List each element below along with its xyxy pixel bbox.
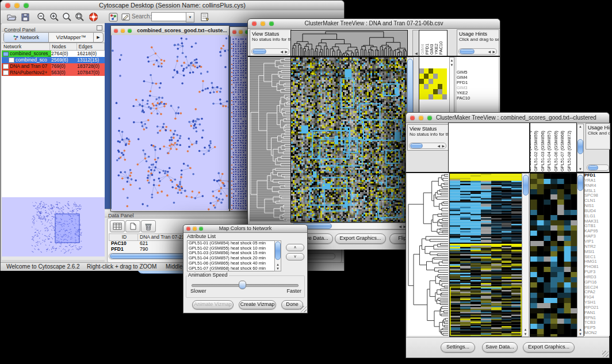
resize-grip[interactable] — [602, 351, 609, 357]
zoom-fit-icon[interactable] — [62, 12, 72, 22]
zoom-button[interactable] — [128, 29, 132, 33]
matrix-cell[interactable] — [424, 89, 429, 94]
scroll-left-icon[interactable]: ◀ — [399, 224, 401, 228]
column-label[interactable]: GPL51-03 (GSM856) — [541, 131, 545, 171]
close-button[interactable] — [186, 227, 190, 231]
scroll-right-icon[interactable]: ▶ — [492, 49, 495, 53]
network-overview-thumbnail[interactable] — [2, 197, 105, 256]
matrix-cell[interactable] — [429, 74, 433, 79]
search-dropdown-icon[interactable]: ▼ — [186, 12, 194, 22]
column-label[interactable]: GPL51-04 (GSM857) — [547, 131, 552, 171]
annotation-icon[interactable] — [120, 12, 131, 22]
close-button[interactable] — [252, 21, 257, 26]
treeview2-titlebar[interactable]: ClusterMaker TreeView : combined_scores_… — [406, 113, 609, 123]
gene-label[interactable]: MON2 — [584, 331, 610, 336]
matrix-cell[interactable] — [419, 84, 424, 89]
close-button[interactable] — [5, 3, 10, 8]
matrix-cell[interactable] — [433, 94, 438, 99]
vscrollbar-thumb[interactable] — [577, 139, 583, 154]
network-list-header[interactable]: Network Nodes Edges — [2, 43, 105, 51]
scroll-down-icon[interactable]: ▼ — [577, 332, 583, 336]
matrix-cell[interactable] — [433, 68, 438, 74]
treeview-window-combined[interactable]: ClusterMaker TreeView : combined_scores_… — [406, 112, 610, 358]
view-status-hscrollbar[interactable]: ◀ ▶ — [409, 143, 446, 149]
matrix-cell[interactable] — [429, 84, 433, 89]
network-view-window[interactable]: combined_scores_good.txt--cluste... — [110, 25, 230, 212]
hscrollbar-thumb[interactable] — [253, 49, 266, 54]
gene-label[interactable]: GIM3 — [457, 85, 498, 90]
hscrollbar-thumb[interactable] — [588, 165, 598, 170]
matrix-cell[interactable] — [424, 84, 429, 89]
scroll-down-icon[interactable]: ▼ — [275, 267, 281, 270]
matrix-cell[interactable] — [424, 68, 429, 74]
matrix-cell[interactable] — [442, 74, 447, 79]
gene-label[interactable]: YKE2 — [457, 90, 498, 95]
zoom-button[interactable] — [269, 21, 274, 26]
attribute-list-item[interactable]: GPL51-07 (GSM868) heat shock 60 min — [188, 266, 275, 271]
row-dendrogram-canvas[interactable] — [407, 173, 448, 336]
scroll-up-icon[interactable]: ▲ — [577, 125, 583, 128]
network-panel-icon[interactable] — [108, 12, 118, 22]
hscrollbar-thumb[interactable] — [410, 143, 423, 148]
zoom-button[interactable] — [427, 116, 432, 120]
column-label[interactable]: GPL51-07 (GSM868) — [560, 131, 565, 171]
column-dendrogram-canvas[interactable] — [290, 30, 408, 56]
scroll-down-icon[interactable]: ▼ — [577, 167, 583, 171]
matrix-cell[interactable] — [424, 79, 429, 84]
matrix-cell[interactable] — [438, 84, 442, 89]
save-data-button[interactable]: Save Data... — [482, 342, 518, 352]
move-up-button[interactable]: ∧ — [286, 244, 304, 251]
save-icon[interactable] — [20, 12, 30, 22]
network-view-titlebar[interactable]: combined_scores_good.txt--cluste... — [111, 26, 229, 36]
minimize-button[interactable] — [121, 29, 125, 33]
scroll-down-icon[interactable]: ▼ — [522, 332, 529, 336]
slider-thumb[interactable] — [239, 281, 246, 289]
network-row[interactable]: DNA and Tran 07769(0)183728(0) — [2, 63, 105, 70]
select-attributes-icon[interactable] — [110, 220, 125, 232]
matrix-cell[interactable] — [438, 68, 442, 74]
matrix-cell[interactable] — [419, 94, 424, 99]
similarity-zoom-matrix[interactable] — [419, 68, 447, 99]
matrix-cell[interactable] — [419, 89, 424, 94]
matrix-cell[interactable] — [442, 94, 447, 99]
map-colors-dialog[interactable]: Map Colors to Network Attribute List GPL… — [183, 224, 308, 313]
close-button[interactable] — [410, 116, 415, 120]
matrix-cell[interactable] — [433, 89, 438, 94]
search-input[interactable] — [151, 12, 188, 21]
zoom-button[interactable] — [24, 3, 29, 8]
network-graph-canvas[interactable] — [112, 35, 228, 210]
matrix-cell[interactable] — [438, 79, 442, 84]
gene-label[interactable]: PAC10 — [457, 95, 498, 101]
create-vizmap-button[interactable]: Create Vizmap — [239, 300, 276, 309]
export-graphics-button[interactable]: Export Graphics... — [523, 342, 575, 352]
row-dendrogram-canvas[interactable] — [250, 57, 290, 221]
help-lifering-icon[interactable] — [88, 12, 99, 22]
column-label[interactable]: GPL51-02 (GSM855) — [534, 131, 538, 171]
usage-hscrollbar[interactable]: ◀ ▶ — [458, 48, 497, 55]
column-labels-vscrollbar[interactable]: ▲ ▼ — [577, 124, 584, 172]
export-graphics-button[interactable]: Export Graphics... — [335, 233, 386, 244]
matrix-cell[interactable] — [419, 79, 424, 84]
heatmap-vscrollbar[interactable]: ▲ ▼ — [522, 173, 529, 337]
matrix-cell[interactable] — [429, 79, 433, 84]
matrix-cell[interactable] — [438, 74, 442, 79]
matrix-cell[interactable] — [442, 68, 447, 74]
matrix-cell[interactable] — [429, 94, 433, 99]
scroll-left-icon[interactable]: ◀ — [280, 49, 283, 53]
vscrollbar-thumb[interactable] — [523, 175, 529, 196]
minimize-button[interactable] — [14, 3, 20, 8]
minimize-button[interactable] — [239, 30, 243, 34]
zoom-vscrollbar[interactable]: ▲ ▼ — [577, 173, 584, 337]
matrix-cell[interactable] — [433, 84, 438, 89]
float-panel-icon[interactable] — [97, 25, 102, 30]
attribute-browser-icon[interactable] — [200, 12, 211, 22]
tab-overflow-icon[interactable]: ▶ — [94, 33, 103, 42]
matrix-cell[interactable] — [433, 74, 438, 79]
move-down-button[interactable]: ∨ — [286, 253, 304, 260]
matrix-cell[interactable] — [424, 74, 429, 79]
network-graph-canvas-2[interactable] — [231, 36, 248, 210]
matrix-cell[interactable] — [424, 94, 429, 99]
matrix-cell[interactable] — [442, 89, 447, 94]
matrix-cell[interactable] — [442, 79, 447, 84]
scroll-left-icon[interactable]: ◀ — [437, 144, 440, 148]
